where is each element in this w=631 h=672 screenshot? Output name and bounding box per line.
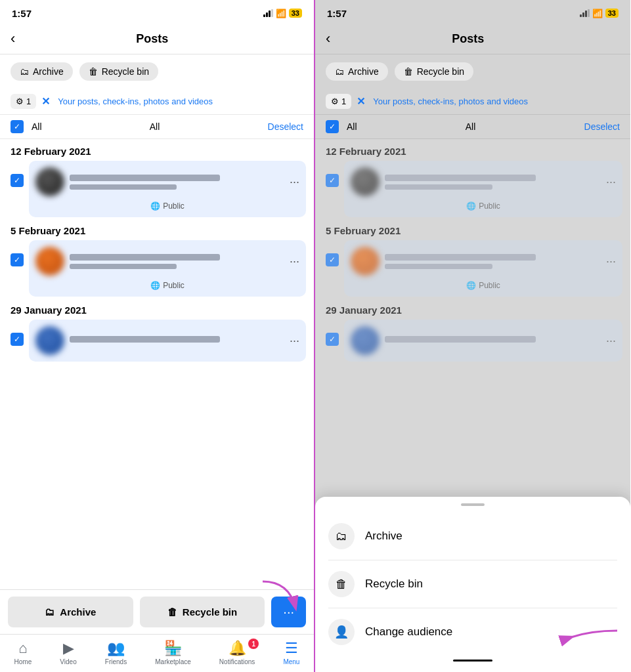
left-all-label-1: All — [32, 121, 42, 132]
left-nav-bar: ⌂ Home ▶ Video 👥 Friends 🏪 Marketplace 🔔… — [0, 634, 314, 672]
sheet-audience-item[interactable]: 👤 Change audience — [315, 608, 630, 656]
sheet-recycle-item[interactable]: 🗑 Recycle bin — [315, 560, 630, 608]
right-select-all-checkbox[interactable]: ✓ — [326, 120, 339, 133]
left-post-2-more-button[interactable]: ··· — [290, 255, 299, 268]
nav-home[interactable]: ⌂ Home — [14, 640, 32, 665]
right-post-1-more-button[interactable]: ··· — [606, 175, 616, 189]
right-filter-close-icon[interactable]: ✕ — [357, 95, 365, 108]
nav-notifications[interactable]: 🔔 1 Notifications — [219, 640, 255, 665]
sheet-archive-icon: 🗂 — [328, 523, 355, 549]
right-recycle-bin-pill[interactable]: 🗑 Recycle bin — [395, 62, 473, 81]
right-back-button[interactable]: ‹ — [326, 30, 330, 47]
left-post-1-more-button[interactable]: ··· — [290, 175, 299, 189]
right-date-1: 12 February 2021 — [315, 139, 630, 161]
nav-friends[interactable]: 👥 Friends — [105, 640, 127, 665]
nav-video-label: Video — [60, 658, 76, 665]
right-deselect-button[interactable]: Deselect — [584, 121, 620, 132]
right-post-1-checkbox[interactable]: ✓ — [326, 174, 339, 187]
left-post-1-name-blur — [70, 175, 220, 181]
nav-menu[interactable]: ☰ Menu — [283, 640, 299, 665]
right-post-1-public: 🌐 12 February 2021 Public — [351, 201, 616, 211]
signal-icon — [263, 9, 273, 17]
left-back-button[interactable]: ‹ — [11, 30, 15, 47]
left-recycle-button[interactable]: 🗑 Recycle bin — [140, 597, 265, 627]
left-archive-button[interactable]: 🗂 Archive — [8, 597, 133, 627]
right-archive-pill[interactable]: 🗂 Archive — [326, 62, 388, 81]
right-globe-icon-2: 🌐 — [466, 281, 476, 290]
right-post-2-name-blur — [385, 254, 536, 261]
right-post-3-more-button[interactable]: ··· — [606, 334, 616, 348]
sheet-audience-label: Change audience — [365, 625, 452, 639]
left-date-1: 12 February 2021 — [0, 139, 314, 161]
left-more-dots-icon: ··· — [283, 604, 294, 620]
right-post-card-1: ··· 🌐 12 February 2021 Public — [344, 161, 622, 217]
left-archive-btn-icon: 🗂 — [45, 606, 54, 618]
right-post-card-3: ··· — [344, 320, 622, 362]
sheet-archive-item[interactable]: 🗂 Archive — [315, 513, 630, 560]
right-date-3: 29 January 2021 — [315, 298, 630, 320]
left-post-3-checkbox[interactable]: ✓ — [11, 333, 24, 346]
left-post-2-checkbox[interactable]: ✓ — [11, 253, 24, 266]
filter-sliders-icon: ⚙ — [16, 96, 24, 106]
nav-menu-label: Menu — [283, 658, 299, 665]
left-post-2-avatar — [35, 247, 64, 276]
sheet-recycle-icon: 🗑 — [328, 571, 355, 597]
left-status-bar: 1:57 📶 33 — [0, 0, 314, 24]
right-post-3-checkbox[interactable]: ✓ — [326, 333, 339, 346]
sheet-recycle-label: Recycle bin — [365, 578, 423, 591]
right-time: 1:57 — [327, 8, 347, 19]
left-post-3-more-button[interactable]: ··· — [290, 334, 299, 348]
right-post-row-3: ✓ ··· — [315, 320, 630, 362]
nav-friends-label: Friends — [105, 658, 127, 665]
right-globe-icon-1: 🌐 — [466, 201, 476, 211]
left-deselect-button[interactable]: Deselect — [268, 121, 303, 132]
nav-marketplace[interactable]: 🏪 Marketplace — [155, 640, 190, 665]
left-recycle-btn-label: Recycle bin — [183, 606, 237, 618]
left-status-icons: 📶 33 — [263, 9, 302, 18]
left-post-card-1: ··· 🌐 Public — [29, 161, 306, 217]
left-post-1-avatar — [35, 167, 64, 196]
right-post-2-sub-blur — [385, 264, 492, 269]
right-post-card-2: ··· 🌐 Public — [344, 240, 622, 297]
filter-description: Your posts, check-ins, photos and videos — [58, 96, 303, 106]
left-recycle-btn-icon: 🗑 — [167, 606, 177, 618]
right-post-2-more-button[interactable]: ··· — [606, 255, 616, 268]
right-all-label-1: All — [347, 121, 357, 132]
filter-close-icon[interactable]: ✕ — [41, 95, 50, 108]
right-trash-icon: 🗑 — [404, 66, 413, 77]
left-post-row-1: ✓ ··· 🌐 Public — [0, 161, 314, 217]
left-post-1-checkbox[interactable]: ✓ — [11, 174, 24, 187]
right-select-row: ✓ All All Deselect — [315, 115, 630, 139]
left-time: 1:57 — [12, 8, 32, 19]
right-post-1-avatar — [351, 167, 380, 196]
left-post-2-public: 🌐 Public — [35, 281, 299, 290]
home-icon: ⌂ — [18, 640, 27, 657]
left-select-all-checkbox[interactable]: ✓ — [11, 120, 24, 133]
right-signal-icon — [580, 9, 590, 17]
archive-pill[interactable]: 🗂 Archive — [11, 62, 73, 81]
left-post-3-avatar — [35, 326, 64, 355]
right-recycle-bin-pill-label: Recycle bin — [417, 66, 464, 77]
right-post-1-name-blur — [385, 175, 536, 181]
right-bottom-sheet: 🗂 Archive 🗑 Recycle bin 👤 Change audienc… — [315, 497, 630, 672]
right-filter-count: 1 — [341, 96, 346, 106]
right-all-label-2: All — [365, 121, 577, 132]
wifi-icon: 📶 — [276, 9, 286, 18]
left-post-row-2: ✓ ··· 🌐 Public — [0, 240, 314, 297]
nav-video[interactable]: ▶ Video — [60, 640, 76, 665]
recycle-bin-pill[interactable]: 🗑 Recycle bin — [79, 62, 158, 81]
right-status-icons: 📶 33 — [580, 9, 619, 18]
right-post-2-public: 🌐 Public — [351, 281, 616, 290]
nav-notifications-label: Notifications — [219, 658, 255, 665]
right-post-2-checkbox[interactable]: ✓ — [326, 253, 339, 266]
right-status-bar: 1:57 📶 33 — [315, 0, 630, 24]
left-post-1-sub-blur — [70, 184, 177, 190]
sheet-handle — [461, 503, 485, 506]
right-post-row-1: ✓ ··· 🌐 12 February 2021 Public — [315, 161, 630, 217]
globe-icon-1: 🌐 — [150, 201, 160, 211]
right-archive-pill-label: Archive — [348, 66, 379, 77]
filter-badge[interactable]: ⚙ 1 — [11, 94, 36, 109]
left-post-row-3: ✓ ··· — [0, 320, 314, 362]
right-filter-badge[interactable]: ⚙ 1 — [326, 94, 351, 109]
left-more-button[interactable]: ··· — [271, 597, 306, 627]
